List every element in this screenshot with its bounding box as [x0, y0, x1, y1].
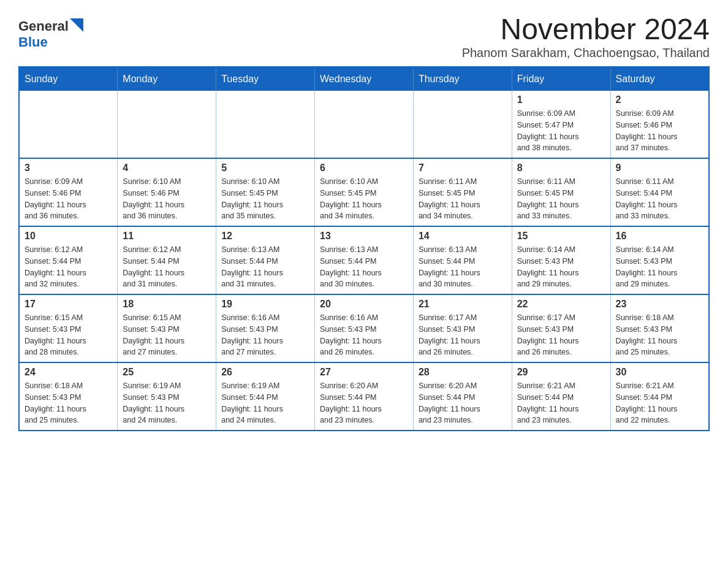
calendar-day-cell: 14Sunrise: 6:13 AMSunset: 5:44 PMDayligh…	[413, 226, 512, 294]
day-info: Sunrise: 6:17 AMSunset: 5:43 PMDaylight:…	[419, 312, 507, 358]
calendar-day-cell	[216, 91, 315, 158]
day-info: Sunrise: 6:15 AMSunset: 5:43 PMDaylight:…	[25, 312, 112, 358]
day-number: 3	[25, 163, 112, 174]
calendar-day-cell	[19, 91, 118, 158]
calendar-day-cell: 13Sunrise: 6:13 AMSunset: 5:44 PMDayligh…	[315, 226, 414, 294]
day-number: 22	[517, 299, 605, 310]
day-number: 13	[320, 231, 408, 242]
day-number: 2	[616, 94, 703, 105]
day-info: Sunrise: 6:17 AMSunset: 5:43 PMDaylight:…	[517, 312, 605, 358]
day-number: 1	[517, 94, 605, 105]
day-info: Sunrise: 6:20 AMSunset: 5:44 PMDaylight:…	[419, 380, 507, 426]
calendar-day-cell: 21Sunrise: 6:17 AMSunset: 5:43 PMDayligh…	[413, 294, 512, 362]
calendar-day-cell: 9Sunrise: 6:11 AMSunset: 5:44 PMDaylight…	[610, 158, 709, 226]
day-info: Sunrise: 6:11 AMSunset: 5:45 PMDaylight:…	[517, 176, 605, 222]
calendar-day-cell: 2Sunrise: 6:09 AMSunset: 5:46 PMDaylight…	[610, 91, 709, 158]
day-info: Sunrise: 6:13 AMSunset: 5:44 PMDaylight:…	[320, 244, 408, 290]
calendar-day-cell	[315, 91, 414, 158]
calendar-day-header: Friday	[512, 67, 610, 91]
calendar-week-row: 3Sunrise: 6:09 AMSunset: 5:46 PMDaylight…	[19, 158, 709, 226]
svg-marker-0	[70, 18, 83, 32]
day-info: Sunrise: 6:14 AMSunset: 5:43 PMDaylight:…	[616, 244, 703, 290]
title-area: November 2024 Phanom Sarakham, Chachoeng…	[462, 12, 710, 60]
day-info: Sunrise: 6:10 AMSunset: 5:45 PMDaylight:…	[320, 176, 408, 222]
subtitle: Phanom Sarakham, Chachoengsao, Thailand	[462, 46, 710, 60]
calendar-day-cell: 3Sunrise: 6:09 AMSunset: 5:46 PMDaylight…	[19, 158, 118, 226]
calendar-day-header: Saturday	[610, 67, 709, 91]
logo: General Blue	[18, 18, 83, 50]
day-info: Sunrise: 6:11 AMSunset: 5:44 PMDaylight:…	[616, 176, 703, 222]
day-info: Sunrise: 6:18 AMSunset: 5:43 PMDaylight:…	[616, 312, 703, 358]
day-info: Sunrise: 6:09 AMSunset: 5:46 PMDaylight:…	[25, 176, 112, 222]
day-info: Sunrise: 6:12 AMSunset: 5:44 PMDaylight:…	[123, 244, 211, 290]
calendar-day-cell: 30Sunrise: 6:21 AMSunset: 5:44 PMDayligh…	[610, 362, 709, 431]
day-info: Sunrise: 6:16 AMSunset: 5:43 PMDaylight:…	[320, 312, 408, 358]
day-number: 8	[517, 163, 605, 174]
day-info: Sunrise: 6:20 AMSunset: 5:44 PMDaylight:…	[320, 380, 408, 426]
calendar-week-row: 24Sunrise: 6:18 AMSunset: 5:43 PMDayligh…	[19, 362, 709, 431]
header: General Blue November 2024 Phanom Sarakh…	[18, 12, 710, 60]
calendar-day-cell	[413, 91, 512, 158]
calendar-week-row: 1Sunrise: 6:09 AMSunset: 5:47 PMDaylight…	[19, 91, 709, 158]
calendar-day-cell: 12Sunrise: 6:13 AMSunset: 5:44 PMDayligh…	[216, 226, 315, 294]
calendar-day-cell: 23Sunrise: 6:18 AMSunset: 5:43 PMDayligh…	[610, 294, 709, 362]
calendar-day-cell: 5Sunrise: 6:10 AMSunset: 5:45 PMDaylight…	[216, 158, 315, 226]
day-number: 18	[123, 299, 211, 310]
calendar-day-cell: 24Sunrise: 6:18 AMSunset: 5:43 PMDayligh…	[19, 362, 118, 431]
calendar-day-cell: 25Sunrise: 6:19 AMSunset: 5:43 PMDayligh…	[118, 362, 216, 431]
day-number: 16	[616, 231, 703, 242]
day-number: 24	[25, 367, 112, 378]
day-number: 14	[419, 231, 507, 242]
calendar-day-header: Wednesday	[315, 67, 414, 91]
calendar-day-header: Tuesday	[216, 67, 315, 91]
day-number: 7	[419, 163, 507, 174]
calendar-week-row: 10Sunrise: 6:12 AMSunset: 5:44 PMDayligh…	[19, 226, 709, 294]
calendar-day-cell: 20Sunrise: 6:16 AMSunset: 5:43 PMDayligh…	[315, 294, 414, 362]
day-number: 4	[123, 163, 211, 174]
calendar-day-cell: 17Sunrise: 6:15 AMSunset: 5:43 PMDayligh…	[19, 294, 118, 362]
calendar-day-cell: 4Sunrise: 6:10 AMSunset: 5:46 PMDaylight…	[118, 158, 216, 226]
day-number: 6	[320, 163, 408, 174]
day-info: Sunrise: 6:09 AMSunset: 5:46 PMDaylight:…	[616, 108, 703, 154]
day-number: 25	[123, 367, 211, 378]
day-info: Sunrise: 6:16 AMSunset: 5:43 PMDaylight:…	[221, 312, 309, 358]
day-info: Sunrise: 6:11 AMSunset: 5:45 PMDaylight:…	[419, 176, 507, 222]
calendar-day-cell: 26Sunrise: 6:19 AMSunset: 5:44 PMDayligh…	[216, 362, 315, 431]
day-number: 12	[221, 231, 309, 242]
calendar-day-cell: 18Sunrise: 6:15 AMSunset: 5:43 PMDayligh…	[118, 294, 216, 362]
calendar-day-header: Thursday	[413, 67, 512, 91]
day-info: Sunrise: 6:21 AMSunset: 5:44 PMDaylight:…	[517, 380, 605, 426]
day-info: Sunrise: 6:12 AMSunset: 5:44 PMDaylight:…	[25, 244, 112, 290]
day-number: 20	[320, 299, 408, 310]
day-number: 11	[123, 231, 211, 242]
logo-blue-text: Blue	[18, 34, 48, 50]
day-number: 29	[517, 367, 605, 378]
day-number: 21	[419, 299, 507, 310]
calendar-day-cell: 22Sunrise: 6:17 AMSunset: 5:43 PMDayligh…	[512, 294, 610, 362]
day-info: Sunrise: 6:13 AMSunset: 5:44 PMDaylight:…	[221, 244, 309, 290]
calendar-day-cell: 28Sunrise: 6:20 AMSunset: 5:44 PMDayligh…	[413, 362, 512, 431]
day-info: Sunrise: 6:14 AMSunset: 5:43 PMDaylight:…	[517, 244, 605, 290]
calendar-day-header: Sunday	[19, 67, 118, 91]
day-info: Sunrise: 6:19 AMSunset: 5:44 PMDaylight:…	[221, 380, 309, 426]
day-info: Sunrise: 6:18 AMSunset: 5:43 PMDaylight:…	[25, 380, 112, 426]
calendar-day-cell: 27Sunrise: 6:20 AMSunset: 5:44 PMDayligh…	[315, 362, 414, 431]
calendar-header-row: SundayMondayTuesdayWednesdayThursdayFrid…	[19, 67, 709, 91]
calendar-day-cell: 29Sunrise: 6:21 AMSunset: 5:44 PMDayligh…	[512, 362, 610, 431]
calendar-day-cell: 7Sunrise: 6:11 AMSunset: 5:45 PMDaylight…	[413, 158, 512, 226]
calendar-day-header: Monday	[118, 67, 216, 91]
calendar-week-row: 17Sunrise: 6:15 AMSunset: 5:43 PMDayligh…	[19, 294, 709, 362]
day-number: 30	[616, 367, 703, 378]
day-number: 28	[419, 367, 507, 378]
main-title: November 2024	[462, 12, 710, 46]
calendar-day-cell: 1Sunrise: 6:09 AMSunset: 5:47 PMDaylight…	[512, 91, 610, 158]
day-info: Sunrise: 6:19 AMSunset: 5:43 PMDaylight:…	[123, 380, 211, 426]
calendar-day-cell: 8Sunrise: 6:11 AMSunset: 5:45 PMDaylight…	[512, 158, 610, 226]
day-number: 10	[25, 231, 112, 242]
day-info: Sunrise: 6:15 AMSunset: 5:43 PMDaylight:…	[123, 312, 211, 358]
day-info: Sunrise: 6:13 AMSunset: 5:44 PMDaylight:…	[419, 244, 507, 290]
day-number: 5	[221, 163, 309, 174]
calendar-day-cell	[118, 91, 216, 158]
day-number: 17	[25, 299, 112, 310]
day-info: Sunrise: 6:10 AMSunset: 5:46 PMDaylight:…	[123, 176, 211, 222]
